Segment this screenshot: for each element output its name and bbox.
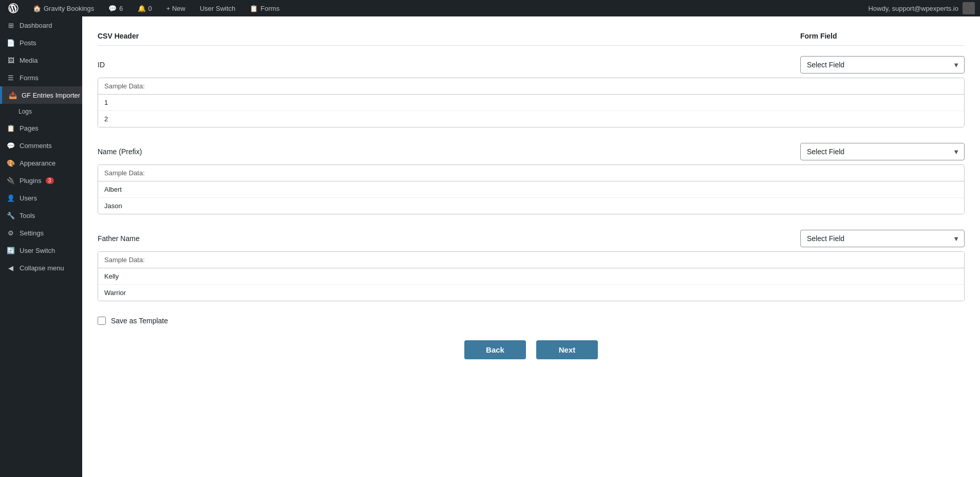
- sidebar-label: Plugins: [20, 177, 42, 185]
- name-prefix-sample-header: Sample Data:: [98, 165, 964, 181]
- id-select-wrapper: Select Field ▼: [800, 56, 965, 74]
- new-content-button[interactable]: + New: [163, 0, 189, 16]
- id-field-row: ID Select Field ▼ Sample Data: 1 2: [98, 56, 965, 127]
- sidebar-label: Forms: [20, 74, 39, 82]
- sidebar-label: Media: [20, 57, 37, 64]
- comments-icon: 💬: [108, 5, 117, 12]
- sidebar-item-tools[interactable]: 🔧 Tools: [0, 207, 82, 224]
- media-icon: 🖼: [6, 56, 15, 65]
- csv-header-label: CSV Header: [98, 32, 800, 40]
- sidebar-label: Tools: [20, 212, 35, 219]
- home-icon: 🏠: [33, 5, 41, 12]
- comments-button[interactable]: 💬 6: [105, 0, 126, 16]
- user-avatar: [963, 2, 975, 14]
- name-prefix-sample-row-1: Albert: [98, 181, 964, 198]
- next-button[interactable]: Next: [536, 340, 598, 359]
- father-name-sample-row-2: Warrior: [98, 285, 964, 301]
- sidebar-label: User Switch: [20, 247, 55, 254]
- sidebar-item-user-switch[interactable]: 🔄 User Switch: [0, 242, 82, 259]
- users-icon: 👤: [6, 193, 15, 203]
- sidebar-item-posts[interactable]: 📄 Posts: [0, 34, 82, 51]
- plugins-icon: 🔌: [6, 176, 15, 185]
- sidebar-label: Pages: [20, 124, 39, 132]
- appearance-icon: 🎨: [6, 158, 15, 168]
- name-prefix-sample-row-2: Jason: [98, 198, 964, 214]
- site-name-button[interactable]: 🏠 Gravity Bookings: [30, 0, 97, 16]
- sidebar-label: Comments: [20, 142, 52, 150]
- back-button[interactable]: Back: [464, 340, 526, 359]
- save-as-template-row: Save as Template: [98, 317, 965, 325]
- settings-icon: ⚙: [6, 228, 15, 237]
- save-as-template-label: Save as Template: [111, 317, 168, 325]
- sidebar-label: Users: [20, 194, 37, 202]
- id-sample-row-2: 2: [98, 111, 964, 127]
- forms-icon: 📋: [250, 5, 258, 12]
- adminbar-user: Howdy, support@wpexperts.io: [868, 2, 975, 14]
- sidebar-item-settings[interactable]: ⚙ Settings: [0, 224, 82, 242]
- name-prefix-select[interactable]: Select Field: [800, 143, 965, 160]
- column-headers: CSV Header Form Field: [98, 27, 965, 46]
- wp-logo-button[interactable]: [5, 0, 22, 16]
- father-name-sample-data-box: Sample Data: Kelly Warrior: [98, 251, 965, 301]
- id-sample-data-header: Sample Data:: [98, 78, 964, 95]
- sidebar-item-logs[interactable]: Logs: [0, 104, 82, 119]
- sidebar-item-dashboard[interactable]: ⊞ Dashboard: [0, 16, 82, 34]
- plugins-badge: 3: [46, 177, 54, 184]
- father-name-select-wrapper: Select Field ▼: [800, 230, 965, 247]
- sidebar-label: Appearance: [20, 159, 55, 167]
- sidebar-item-collapse[interactable]: ◀ Collapse menu: [0, 259, 82, 277]
- notifications-button[interactable]: 🔔 0: [135, 0, 155, 16]
- forms-adminbar-button[interactable]: 📋 Forms: [247, 0, 282, 16]
- posts-icon: 📄: [6, 38, 15, 47]
- sidebar: ⊞ Dashboard 📄 Posts 🖼 Media ☰ Forms 📥 GF…: [0, 16, 82, 477]
- action-buttons-row: Back Next: [98, 340, 965, 359]
- id-sample-data-box: Sample Data: 1 2: [98, 78, 965, 127]
- name-prefix-select-wrapper: Select Field ▼: [800, 143, 965, 160]
- form-field-header-label: Form Field: [800, 32, 965, 40]
- sidebar-label: Logs: [18, 108, 32, 115]
- sidebar-label: Settings: [20, 229, 44, 237]
- sidebar-item-gf-entries[interactable]: 📥 GF Entries Importer: [0, 86, 82, 104]
- sidebar-label: Collapse menu: [20, 264, 64, 272]
- collapse-icon: ◀: [6, 263, 15, 272]
- save-as-template-checkbox[interactable]: [98, 317, 106, 325]
- id-select[interactable]: Select Field: [800, 56, 965, 74]
- tools-icon: 🔧: [6, 211, 15, 220]
- id-sample-row-1: 1: [98, 95, 964, 111]
- sidebar-item-media[interactable]: 🖼 Media: [0, 51, 82, 69]
- pages-icon: 📋: [6, 123, 15, 133]
- comments-sidebar-icon: 💬: [6, 141, 15, 150]
- sidebar-item-pages[interactable]: 📋 Pages: [0, 119, 82, 137]
- sidebar-label: GF Entries Importer: [22, 91, 80, 99]
- main-content: CSV Header Form Field ID Select Field ▼ …: [82, 16, 980, 477]
- name-prefix-field-row: Name (Prefix) Select Field ▼ Sample Data…: [98, 143, 965, 214]
- sidebar-item-plugins[interactable]: 🔌 Plugins 3: [0, 172, 82, 189]
- father-name-select[interactable]: Select Field: [800, 230, 965, 247]
- sidebar-item-appearance[interactable]: 🎨 Appearance: [0, 154, 82, 172]
- sidebar-item-comments[interactable]: 💬 Comments: [0, 137, 82, 154]
- name-prefix-sample-data-box: Sample Data: Albert Jason: [98, 164, 965, 214]
- name-prefix-label: Name (Prefix): [98, 148, 800, 156]
- bell-icon: 🔔: [138, 5, 146, 12]
- sidebar-item-forms[interactable]: ☰ Forms: [0, 69, 82, 86]
- gf-entries-icon: 📥: [8, 90, 17, 100]
- id-field-label: ID: [98, 61, 800, 69]
- dashboard-icon: ⊞: [6, 21, 15, 30]
- sidebar-item-users[interactable]: 👤 Users: [0, 189, 82, 207]
- father-name-label: Father Name: [98, 234, 800, 243]
- user-switch-adminbar-button[interactable]: User Switch: [197, 0, 238, 16]
- father-name-field-row: Father Name Select Field ▼ Sample Data: …: [98, 230, 965, 301]
- user-switch-icon: 🔄: [6, 246, 15, 255]
- sidebar-label: Posts: [20, 39, 36, 47]
- sidebar-label: Dashboard: [20, 22, 52, 29]
- father-name-sample-header: Sample Data:: [98, 252, 964, 268]
- father-name-sample-row-1: Kelly: [98, 268, 964, 285]
- forms-sidebar-icon: ☰: [6, 73, 15, 82]
- admin-bar: 🏠 Gravity Bookings 💬 6 🔔 0 + New User Sw…: [0, 0, 980, 16]
